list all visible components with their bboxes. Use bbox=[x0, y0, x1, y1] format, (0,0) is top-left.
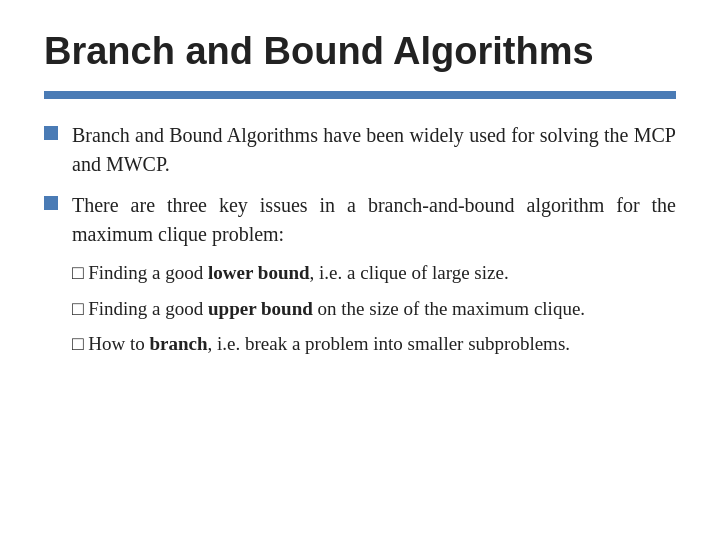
bullet-list: Branch and Bound Algorithms have been wi… bbox=[44, 121, 676, 378]
sub-bullet-1: □ Finding a good lower bound, i.e. a cli… bbox=[72, 259, 676, 287]
slide: Branch and Bound Algorithms Branch and B… bbox=[0, 0, 720, 540]
bullet-square-1 bbox=[44, 126, 58, 140]
bullet-square-2 bbox=[44, 196, 58, 210]
sub-bullet-3: □ How to branch, i.e. break a problem in… bbox=[72, 330, 676, 358]
slide-title: Branch and Bound Algorithms bbox=[44, 30, 676, 73]
sub-bullet-text-2: □ Finding a good upper bound on the size… bbox=[72, 295, 585, 323]
sub-bullets: □ Finding a good lower bound, i.e. a cli… bbox=[72, 259, 676, 358]
bullet-item-1: Branch and Bound Algorithms have been wi… bbox=[44, 121, 676, 179]
accent-bar bbox=[44, 91, 676, 99]
sub-bullet-text-3: □ How to branch, i.e. break a problem in… bbox=[72, 330, 570, 358]
content-area: Branch and Bound Algorithms have been wi… bbox=[44, 121, 676, 378]
sub-bullet-text-1: □ Finding a good lower bound, i.e. a cli… bbox=[72, 259, 509, 287]
sub-bullet-2: □ Finding a good upper bound on the size… bbox=[72, 295, 676, 323]
bullet-text-2: There are three key issues in a branch-a… bbox=[72, 191, 676, 366]
bullet-text-1: Branch and Bound Algorithms have been wi… bbox=[72, 121, 676, 179]
bullet-item-2: There are three key issues in a branch-a… bbox=[44, 191, 676, 366]
